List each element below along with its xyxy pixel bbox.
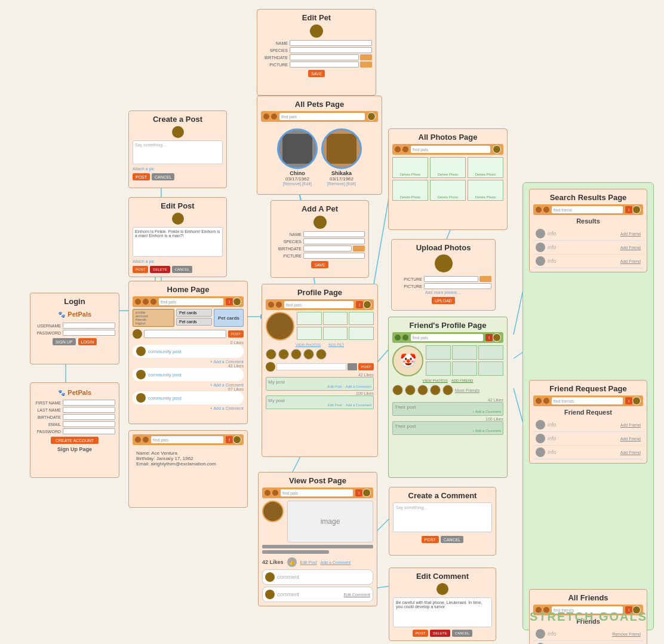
prof-post-btn[interactable]: POST	[358, 363, 374, 370]
mypost1-comment[interactable]: Add a Comment	[346, 385, 371, 388]
result3-add-friend-btn[interactable]: Add Friend	[620, 259, 641, 263]
create-account-button[interactable]: CREATE ACCOUNT	[51, 437, 99, 444]
vp-search[interactable]: find pals	[281, 489, 353, 496]
upload-btn[interactable]: UPLOAD	[432, 297, 455, 304]
edit-comment-delete-btn[interactable]: DELETE	[430, 630, 450, 637]
pet-cards-large[interactable]: Pet cards	[214, 309, 244, 327]
pets-search[interactable]: find pals	[279, 113, 365, 120]
upload-picture2-input[interactable]	[424, 283, 491, 289]
delete-photo-5[interactable]: Delete Photo	[438, 195, 459, 199]
pet-birthdate-input[interactable]	[290, 54, 359, 60]
mypost2-edit[interactable]: Edit Post	[328, 403, 342, 407]
upload-file-icon[interactable]	[479, 276, 491, 282]
fp-more-btn[interactable]: More Friends	[455, 388, 479, 392]
add-pet-save-btn[interactable]: SAVE	[311, 261, 328, 268]
lastname-input[interactable]	[63, 407, 115, 413]
create-post-textarea[interactable]: Say something...	[133, 140, 223, 164]
delete-photo-3[interactable]: Delete Photo	[475, 173, 496, 176]
edit-comment-content[interactable]: Be careful with that phone, Lieutenant. …	[393, 597, 492, 627]
pet-picture-input[interactable]	[290, 62, 359, 68]
addpet-name-input[interactable]	[303, 231, 365, 237]
post2-add-comment[interactable]: + Add a Comment	[133, 383, 244, 387]
view-photos-btn[interactable]: VIEW PHOTOS	[296, 343, 321, 346]
like-thumb-icon[interactable]: 👍	[287, 557, 297, 567]
edit-post-delete-btn[interactable]: DELETE	[150, 266, 170, 273]
edit-pet-save-btn[interactable]: SAVE	[308, 70, 325, 77]
profile-search[interactable]: find pals	[284, 301, 353, 308]
theirpost1-comment[interactable]: + Add a Comment	[395, 410, 501, 413]
pet-name-input[interactable]	[290, 40, 372, 46]
vp-edit-comment-btn[interactable]: Edit Comment	[344, 593, 370, 597]
login-button[interactable]: LOGIN	[78, 338, 97, 345]
post-composer-input[interactable]	[144, 330, 226, 338]
edit-post-post-btn[interactable]: POST	[133, 266, 148, 273]
theirpost2-comment[interactable]: + Add a Comment	[395, 429, 501, 433]
af1-remove-btn[interactable]: Remove Friend	[612, 632, 641, 636]
username-input[interactable]	[63, 323, 115, 329]
post-item-1[interactable]: community post	[133, 345, 244, 358]
create-comment-post-btn[interactable]: POST	[422, 536, 439, 543]
attach-pic-link[interactable]: Attach a pic	[133, 167, 223, 171]
email-input[interactable]	[63, 421, 115, 427]
delete-photo-1[interactable]: Delete Photo	[400, 173, 421, 176]
post1-add-comment[interactable]: + Add a Comment	[133, 360, 244, 364]
result1-add-friend-btn[interactable]: Add Friend	[620, 232, 641, 236]
sr-search[interactable]: find friend	[552, 206, 623, 213]
fr1-add-btn[interactable]: Add Friend	[620, 423, 641, 427]
friends-search[interactable]: find pals	[411, 334, 483, 341]
shikaka-actions[interactable]: [Remove] [Edit]	[321, 182, 362, 186]
edit-post-content[interactable]: Einhorn is Finkle. Finkle is Einhorn! Ei…	[133, 227, 223, 257]
fr3-add-btn[interactable]: Add Friend	[620, 450, 641, 455]
edit-comment-cancel-btn[interactable]: CANCEL	[452, 630, 472, 637]
pet-species-input[interactable]	[290, 47, 372, 53]
file-pick-icon[interactable]	[360, 62, 372, 68]
addpet-datepicker[interactable]	[353, 246, 365, 252]
delete-photo-2[interactable]: Delete Photo	[438, 173, 459, 176]
delete-photo-6[interactable]: Delete Photo	[475, 195, 496, 199]
edit-comment-post-btn[interactable]: POST	[413, 630, 428, 637]
upload-picture-input[interactable]	[424, 276, 478, 282]
pet-cards-btn2[interactable]: Pet cards	[176, 318, 212, 326]
addpet-picture-input[interactable]	[303, 253, 365, 259]
edit-pet-avatar	[310, 24, 323, 38]
firstname-input[interactable]	[63, 400, 115, 406]
nav-dropdown[interactable]: profile account friends logout	[133, 309, 174, 327]
date-picker-icon[interactable]	[360, 54, 372, 60]
prof-attach-icon[interactable]	[348, 363, 357, 370]
fr-search[interactable]: find friends	[552, 397, 623, 404]
edit-post-attach[interactable]: Attach a pic	[133, 259, 223, 263]
fp-view-photos[interactable]: VIEW PHOTOS	[423, 379, 448, 382]
create-post-post-btn[interactable]: POST	[133, 173, 150, 180]
prof-post-input[interactable]	[276, 363, 346, 370]
addpet-species-input[interactable]	[303, 238, 365, 244]
account-search[interactable]: find pals	[151, 436, 223, 443]
add-pet-btn[interactable]: ADD PET	[328, 343, 344, 346]
post3-add-comment[interactable]: + Add a Comment	[133, 406, 244, 410]
birthdate-input[interactable]	[63, 414, 115, 420]
vp-add-comment-btn[interactable]: Add a Comment	[321, 560, 351, 565]
edit-post-page: Edit Post Einhorn is Finkle. Finkle is E…	[128, 197, 227, 277]
addpet-birthdate-input[interactable]	[303, 246, 352, 252]
vp-edit-btn[interactable]: Edit Post	[300, 560, 317, 565]
chino-actions[interactable]: [Remove] [Edit]	[277, 182, 318, 186]
edit-post-cancel-btn[interactable]: CANCEL	[172, 266, 192, 273]
password-input[interactable]	[63, 330, 115, 336]
mypost1-edit[interactable]: Edit Post	[328, 385, 342, 388]
fr2-add-btn[interactable]: Add Friend	[620, 437, 641, 441]
all-photos-search[interactable]: find pals	[411, 146, 490, 153]
post-item-2[interactable]: community post	[133, 368, 244, 381]
pet-cards-btn1[interactable]: Pet cards	[176, 309, 212, 317]
mypost2-comment[interactable]: Add a Comment	[346, 403, 371, 407]
add-more-photos[interactable]: Add more photos...	[425, 290, 491, 295]
password-signup-input[interactable]	[63, 428, 115, 434]
fp-add-friend[interactable]: ADD FRIEND	[451, 379, 474, 382]
create-comment-cancel-btn[interactable]: CANCEL	[441, 536, 463, 543]
post-item-3[interactable]: community post	[133, 391, 244, 404]
home-search[interactable]: find pals	[159, 298, 223, 305]
result2-add-friend-btn[interactable]: Add Friend	[620, 246, 641, 250]
post-button-home[interactable]: POST	[228, 330, 244, 338]
create-post-cancel-btn[interactable]: CANCEL	[152, 173, 174, 180]
create-comment-textarea[interactable]: Say something...	[393, 502, 492, 532]
delete-photo-4[interactable]: Delete Photo	[400, 195, 421, 199]
signup-button[interactable]: SIGN UP	[53, 338, 76, 345]
